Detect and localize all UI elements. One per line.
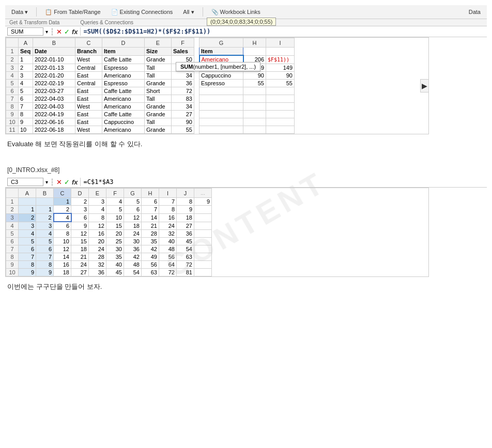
cell[interactable]: 2: [54, 206, 71, 214]
confirm-icon-2[interactable]: ✓: [64, 178, 70, 186]
cell[interactable]: 6: [71, 213, 89, 222]
cell[interactable]: 72: [172, 87, 194, 95]
cell[interactable]: 15: [106, 222, 124, 230]
cell[interactable]: 7: [36, 253, 54, 261]
cell[interactable]: East: [75, 111, 102, 118]
cell-ref-box-2[interactable]: C3: [7, 178, 43, 186]
cell[interactable]: 8: [159, 206, 177, 214]
cell[interactable]: 4: [89, 206, 106, 214]
cell[interactable]: 21: [142, 222, 159, 230]
cell[interactable]: Grande: [145, 111, 172, 118]
cell[interactable]: Tall: [145, 118, 172, 126]
cell[interactable]: 72: [159, 269, 177, 276]
col2-header-h[interactable]: H: [142, 189, 159, 198]
cell[interactable]: West: [75, 55, 102, 64]
cell[interactable]: 5: [124, 198, 142, 206]
cell[interactable]: West: [75, 126, 102, 134]
cell[interactable]: Central: [75, 80, 102, 87]
cell[interactable]: 1: [54, 198, 71, 206]
cell[interactable]: Grande: [145, 80, 172, 87]
cell[interactable]: 10: [54, 238, 71, 245]
cell[interactable]: 4: [19, 80, 33, 87]
cell[interactable]: East: [75, 87, 102, 95]
cell[interactable]: 55: [266, 80, 295, 87]
cell[interactable]: 1: [19, 55, 33, 64]
col2-header-k[interactable]: ...: [194, 189, 212, 198]
cell[interactable]: 36: [172, 80, 194, 87]
cell[interactable]: 8: [36, 261, 54, 269]
cell[interactable]: 4: [106, 198, 124, 206]
cell[interactable]: 32: [159, 230, 177, 238]
cell[interactable]: Espresso: [102, 80, 145, 87]
cell[interactable]: [36, 198, 54, 206]
cell[interactable]: 83: [172, 95, 194, 103]
cell[interactable]: 2: [19, 64, 33, 72]
dropdown-arrow-2[interactable]: ▾: [45, 179, 48, 185]
cell[interactable]: 21: [71, 253, 89, 261]
cell[interactable]: 54: [124, 269, 142, 276]
cell[interactable]: Caffe Latte: [102, 55, 145, 64]
cell[interactable]: 8: [19, 111, 33, 118]
cell[interactable]: 28: [89, 253, 106, 261]
col-header-a[interactable]: A: [19, 38, 33, 48]
cell[interactable]: 24: [89, 245, 106, 253]
cell[interactable]: 36: [124, 245, 142, 253]
cell[interactable]: 6: [54, 222, 71, 230]
cell[interactable]: Cappuccino: [102, 118, 145, 126]
cell[interactable]: 12: [71, 230, 89, 238]
cell[interactable]: 7: [142, 206, 159, 214]
cell[interactable]: 16: [159, 213, 177, 222]
cell[interactable]: 4: [36, 230, 54, 238]
cell[interactable]: 40: [159, 238, 177, 245]
cell[interactable]: Tall: [145, 64, 172, 72]
cell[interactable]: 40: [106, 261, 124, 269]
cell[interactable]: [19, 198, 36, 206]
cell[interactable]: 7: [19, 103, 33, 111]
cell[interactable]: 63: [177, 253, 194, 261]
cancel-icon[interactable]: ✕: [56, 28, 62, 36]
cell[interactable]: 2022-04-19: [33, 111, 75, 118]
cell[interactable]: 6: [19, 95, 33, 103]
all-button[interactable]: All ▾: [181, 8, 196, 17]
cell[interactable]: 3: [36, 222, 54, 230]
col-header-e[interactable]: E: [145, 38, 172, 48]
cell[interactable]: 9: [194, 198, 212, 206]
cell[interactable]: 5: [36, 238, 54, 245]
cell[interactable]: 2022-04-03: [33, 95, 75, 103]
cell[interactable]: Tall: [145, 95, 172, 103]
cell[interactable]: 7: [19, 253, 36, 261]
cell[interactable]: 48: [159, 245, 177, 253]
col2-header-g[interactable]: G: [124, 189, 142, 198]
cell[interactable]: 27: [172, 111, 194, 118]
col2-header-i[interactable]: I: [159, 189, 177, 198]
cell[interactable]: 20: [89, 238, 106, 245]
cell[interactable]: 4: [19, 230, 36, 238]
cell[interactable]: 5: [106, 206, 124, 214]
cell[interactable]: 12: [54, 245, 71, 253]
cell[interactable]: 36: [177, 230, 194, 238]
cell[interactable]: 24: [124, 230, 142, 238]
cell[interactable]: 90: [172, 118, 194, 126]
cell[interactable]: 55: [172, 126, 194, 134]
cancel-icon-2[interactable]: ✕: [56, 178, 62, 186]
confirm-icon[interactable]: ✓: [64, 28, 70, 36]
cell[interactable]: Short: [145, 87, 172, 95]
cell[interactable]: 1: [19, 206, 36, 214]
cell[interactable]: 149: [266, 64, 295, 72]
formula-input-1[interactable]: [80, 27, 485, 36]
cell[interactable]: 10: [106, 213, 124, 222]
cell[interactable]: 8: [19, 261, 36, 269]
cell[interactable]: Grande: [145, 103, 172, 111]
cell[interactable]: 3: [19, 222, 36, 230]
cell[interactable]: 18: [177, 213, 194, 222]
cell[interactable]: 2: [19, 213, 36, 222]
cell[interactable]: 16: [54, 261, 71, 269]
col-header-i[interactable]: I: [266, 38, 295, 48]
cell[interactable]: 12: [89, 222, 106, 230]
cell[interactable]: 56: [159, 253, 177, 261]
from-table-button[interactable]: 📋 From Table/Range: [43, 8, 102, 17]
cell[interactable]: 8: [177, 198, 194, 206]
cell[interactable]: Espresso: [199, 80, 243, 87]
cell[interactable]: Cappuccino: [199, 72, 243, 80]
data-menu[interactable]: Data ▾: [9, 8, 30, 17]
